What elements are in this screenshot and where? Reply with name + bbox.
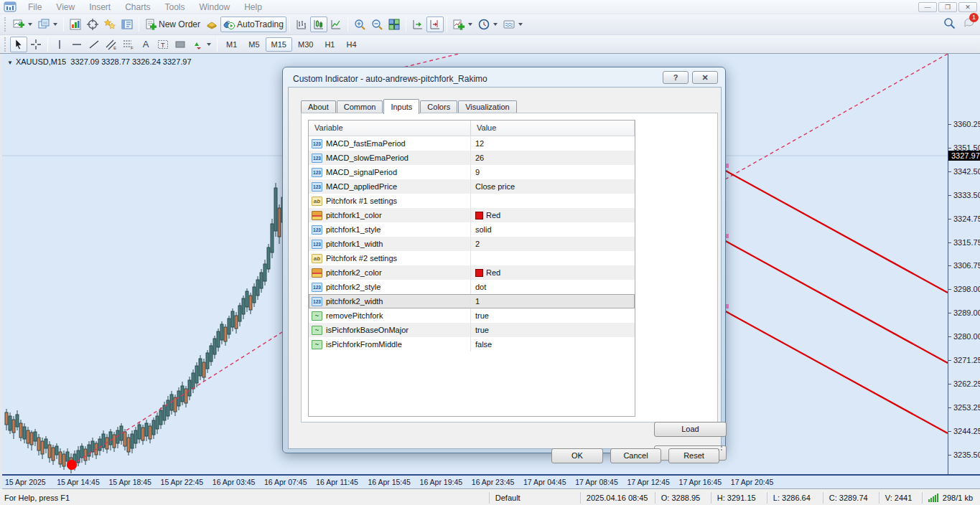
table-row-Pitchfork #2 settings[interactable]: abPitchfork #2 settings — [309, 251, 635, 265]
cursor-tool-button[interactable] — [10, 37, 27, 52]
table-row-pitchfork2_color[interactable]: pitchfork2_colorRed — [309, 265, 635, 280]
candlestick-chart-button[interactable] — [310, 16, 327, 32]
search-icon[interactable] — [943, 17, 956, 29]
dialog-panel: AboutCommonInputsColorsVisualization Var… — [288, 87, 722, 449]
timeframe-m1[interactable]: M1 — [220, 37, 243, 52]
line-chart-button[interactable] — [327, 16, 345, 32]
restore-button[interactable]: ❐ — [938, 2, 957, 12]
new-order-button[interactable]: New Order — [142, 16, 203, 32]
status-profile[interactable]: Default — [489, 492, 580, 504]
close-button[interactable]: ✕ — [958, 2, 977, 12]
trendline-dashed[interactable] — [72, 332, 282, 465]
toolbar-grip[interactable] — [4, 37, 7, 52]
menu-file[interactable]: File — [21, 1, 49, 14]
fibonacci-tool[interactable]: F — [120, 37, 137, 52]
price-axis[interactable]: 3360.253351.503342.503333.503324.753315.… — [948, 54, 980, 474]
table-row-pitchfork2_width[interactable]: 123pitchfork2_width1 — [309, 294, 635, 308]
table-row-isPichforkFromMiddle[interactable]: ~isPichforkFromMiddlefalse — [309, 337, 635, 351]
menu-insert[interactable]: Insert — [82, 1, 118, 14]
channel-tool[interactable]: E — [103, 37, 120, 52]
value-cell[interactable]: false — [471, 340, 635, 349]
trendline-tool[interactable] — [85, 37, 103, 52]
auto-scroll-button[interactable] — [409, 16, 426, 32]
table-row-pitchfork2_style[interactable]: 123pitchfork2_styledot — [309, 280, 635, 294]
value-cell[interactable]: 2 — [471, 240, 635, 248]
expert-advisors-button[interactable] — [203, 16, 220, 32]
table-row-isPichforkBaseOnMajor[interactable]: ~isPichforkBaseOnMajortrue — [309, 323, 635, 337]
arrows-tool[interactable] — [189, 37, 214, 52]
value-cell[interactable]: true — [471, 311, 635, 320]
value-cell[interactable]: Red — [471, 211, 635, 220]
table-row-MACD_appliedPrice[interactable]: 123MACD_appliedPriceClose price — [309, 179, 635, 194]
new-chart-button[interactable] — [10, 16, 35, 32]
notifications-button[interactable]: 1 — [963, 16, 976, 30]
value-cell[interactable]: solid — [471, 225, 635, 234]
value-cell[interactable]: true — [471, 326, 635, 334]
tile-windows-button[interactable] — [386, 16, 403, 32]
menu-charts[interactable]: Charts — [118, 1, 157, 14]
table-row-pitchfork1_width[interactable]: 123pitchfork1_width2 — [309, 237, 635, 251]
timeframe-m5[interactable]: M5 — [243, 37, 265, 52]
cancel-button[interactable]: Cancel — [610, 448, 661, 463]
value-cell[interactable]: Close price — [471, 182, 635, 191]
indicators-button[interactable] — [450, 16, 475, 32]
timeframe-h4[interactable]: H4 — [340, 37, 362, 52]
value-cell[interactable]: 12 — [471, 139, 635, 148]
table-row-removePitchfork[interactable]: ~removePitchforktrue — [309, 308, 635, 323]
shapes-tool[interactable] — [172, 37, 189, 52]
profiles-button[interactable] — [35, 16, 60, 32]
table-header[interactable]: Variable Value — [309, 121, 635, 136]
value-cell[interactable]: 1 — [471, 297, 635, 306]
text-tool[interactable]: A — [137, 37, 154, 52]
time-axis[interactable]: 15 Apr 202515 Apr 14:4515 Apr 18:4515 Ap… — [2, 476, 980, 489]
value-cell[interactable]: dot — [471, 283, 635, 291]
zoom-out-button[interactable] — [368, 16, 386, 32]
load-button[interactable]: Load — [654, 422, 727, 437]
ok-button[interactable]: OK — [551, 448, 603, 463]
pitchfork-line-upper[interactable] — [723, 169, 948, 293]
chart-shift-button[interactable] — [426, 16, 444, 32]
variable-cell: 123MACD_fastEmaPeriod — [309, 136, 471, 151]
pivot-dot[interactable] — [67, 460, 77, 470]
minimize-button[interactable]: — — [918, 2, 937, 12]
bar-chart-button[interactable] — [293, 16, 310, 32]
market-watch-button[interactable] — [67, 16, 84, 32]
bool-type-icon: ~ — [312, 311, 322, 321]
menu-view[interactable]: View — [49, 1, 82, 14]
crosshair-tool-button[interactable] — [27, 37, 45, 52]
menu-help[interactable]: Help — [237, 1, 269, 14]
trendline-dashed-right[interactable] — [725, 54, 948, 179]
tab-inputs[interactable]: Inputs — [383, 99, 419, 114]
pitchfork-line-median[interactable] — [723, 240, 948, 363]
timeframe-h1[interactable]: H1 — [319, 37, 340, 52]
resize-grip[interactable] — [716, 444, 722, 450]
menu-window[interactable]: Window — [192, 1, 238, 14]
table-row-pitchfork1_color[interactable]: pitchfork1_colorRed — [309, 208, 635, 222]
value-cell[interactable]: 9 — [471, 168, 635, 176]
timeframe-m30[interactable]: M30 — [292, 37, 319, 52]
toolbar-grip[interactable] — [4, 17, 7, 32]
reset-button[interactable]: Reset — [668, 448, 719, 463]
zoom-in-button[interactable] — [351, 16, 368, 32]
table-row-MACD_signalPeriod[interactable]: 123MACD_signalPeriod9 — [309, 165, 635, 179]
terminal-button[interactable] — [118, 16, 136, 32]
table-row-Pitchfork #1 settings[interactable]: abPitchfork #1 settings — [309, 194, 635, 208]
text-label-tool[interactable]: T — [154, 37, 172, 52]
periods-button[interactable] — [475, 16, 500, 32]
templates-button[interactable] — [500, 16, 526, 32]
table-row-MACD_slowEmaPeriod[interactable]: 123MACD_slowEmaPeriod26 — [309, 151, 635, 165]
table-row-MACD_fastEmaPeriod[interactable]: 123MACD_fastEmaPeriod12 — [309, 136, 635, 151]
table-row-pitchfork1_style[interactable]: 123pitchfork1_stylesolid — [309, 222, 635, 237]
autotrading-toggle[interactable]: AutoTrading — [220, 16, 286, 32]
menu-tools[interactable]: Tools — [158, 1, 192, 14]
navigator-button[interactable] — [101, 16, 118, 32]
timeframe-m15[interactable]: M15 — [266, 37, 292, 52]
value-cell[interactable]: Red — [471, 268, 635, 277]
dialog-help-button[interactable]: ? — [663, 71, 689, 84]
data-window-button[interactable] — [84, 16, 101, 32]
vertical-line-tool[interactable] — [51, 37, 68, 52]
dialog-close-button[interactable]: ✕ — [692, 71, 718, 84]
horizontal-line-tool[interactable] — [68, 37, 85, 52]
value-cell[interactable]: 26 — [471, 154, 635, 162]
pitchfork-line-lower[interactable] — [723, 310, 948, 433]
